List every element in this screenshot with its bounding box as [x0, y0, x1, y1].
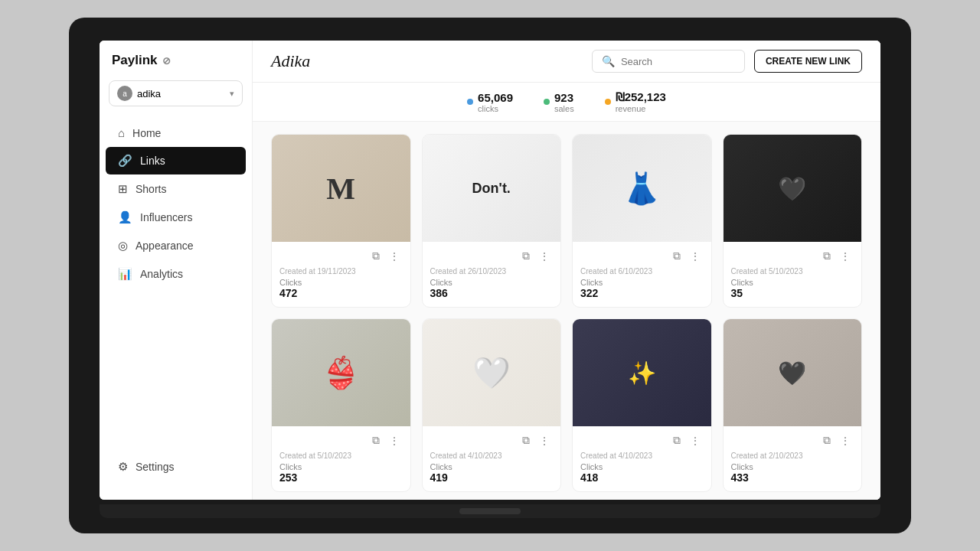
copy-button[interactable]: ⧉: [670, 432, 684, 448]
laptop-notch: [459, 508, 521, 514]
account-selector[interactable]: a adika ▾: [109, 80, 243, 106]
links-icon: 🔗: [118, 154, 132, 168]
card-actions: ⧉ ⋮: [279, 432, 403, 448]
card-body: ⧉ ⋮ Created at 4/10/2023 Clicks 419: [423, 426, 561, 491]
revenue-label: revenue: [616, 104, 666, 113]
copy-button[interactable]: ⧉: [670, 248, 684, 264]
more-options-button[interactable]: ⋮: [386, 432, 403, 448]
search-box[interactable]: 🔍: [592, 50, 745, 73]
card-actions: ⧉ ⋮: [430, 248, 554, 264]
card-body: ⧉ ⋮ Created at 2/10/2023 Clicks 433: [724, 426, 862, 491]
more-options-button[interactable]: ⋮: [837, 248, 854, 264]
card-image-content: [573, 135, 711, 242]
shorts-icon: ⊞: [118, 182, 128, 196]
main-content: Adika 🔍 CREATE NEW LINK 65,069 clicks: [253, 41, 880, 500]
sidebar-bottom: ⚙ Settings: [100, 446, 252, 487]
laptop-base: [100, 504, 880, 518]
card-image: [573, 135, 711, 242]
sidebar-item-home[interactable]: ⌂ Home: [106, 119, 246, 146]
clicks-dot: [467, 99, 473, 105]
sidebar: Paylink ⊘ a adika ▾ ⌂ Home 🔗 Links: [100, 41, 253, 500]
more-options-button[interactable]: ⋮: [386, 248, 403, 264]
sidebar-item-influencers[interactable]: 👤 Influencers: [106, 204, 246, 231]
card-clicks-label: Clicks: [580, 278, 704, 287]
card-clicks-label: Clicks: [731, 278, 854, 287]
card-actions: ⧉ ⋮: [279, 248, 403, 264]
card-clicks-label: Clicks: [430, 462, 554, 471]
laptop-frame: Paylink ⊘ a adika ▾ ⌂ Home 🔗 Links: [69, 18, 911, 533]
card-image-content: [423, 319, 561, 426]
revenue-dot: [605, 99, 611, 105]
revenue-number: ₪252,123: [616, 90, 666, 104]
account-name: adika: [137, 88, 161, 99]
card-clicks-label: Clicks: [279, 278, 403, 287]
sidebar-item-settings[interactable]: ⚙ Settings: [106, 453, 246, 481]
sidebar-item-label: Influencers: [140, 211, 192, 223]
card-image: [272, 135, 410, 242]
card-image-content: [272, 319, 410, 426]
sidebar-item-shorts[interactable]: ⊞ Shorts: [106, 175, 246, 203]
card-body: ⧉ ⋮ Created at 6/10/2023 Clicks 322: [573, 242, 711, 307]
top-bar: Adika 🔍 CREATE NEW LINK: [253, 41, 880, 83]
card-date: Created at 4/10/2023: [430, 452, 554, 460]
card-clicks-count: 419: [430, 471, 554, 484]
stat-clicks: 65,069 clicks: [467, 90, 513, 113]
link-card: ⧉ ⋮ Created at 19/11/2023 Clicks 472: [271, 134, 411, 308]
card-clicks-count: 433: [731, 471, 854, 484]
card-clicks-label: Clicks: [731, 462, 854, 471]
copy-button[interactable]: ⧉: [369, 248, 383, 264]
card-actions: ⧉ ⋮: [580, 248, 704, 264]
card-date: Created at 6/10/2023: [580, 267, 704, 276]
more-options-button[interactable]: ⋮: [536, 432, 553, 448]
link-card: ⧉ ⋮ Created at 4/10/2023 Clicks 418: [572, 318, 712, 492]
app-logo: Paylink ⊘: [100, 53, 252, 80]
sidebar-nav: ⌂ Home 🔗 Links ⊞ Shorts 👤 Influencers ◎: [100, 119, 252, 289]
search-input[interactable]: [621, 56, 735, 67]
top-bar-right: 🔍 CREATE NEW LINK: [592, 50, 862, 73]
copy-button[interactable]: ⧉: [820, 432, 834, 448]
card-body: ⧉ ⋮ Created at 19/11/2023 Clicks 472: [272, 242, 410, 307]
card-image: [724, 135, 862, 242]
card-clicks-count: 386: [430, 287, 554, 299]
more-options-button[interactable]: ⋮: [837, 432, 854, 448]
home-icon: ⌂: [118, 126, 125, 139]
stat-sales: 923 sales: [544, 90, 574, 113]
copy-button[interactable]: ⧉: [369, 432, 383, 448]
copy-button[interactable]: ⧉: [519, 248, 533, 264]
card-actions: ⧉ ⋮: [731, 432, 854, 448]
screen: Paylink ⊘ a adika ▾ ⌂ Home 🔗 Links: [100, 41, 880, 500]
more-options-button[interactable]: ⋮: [687, 432, 704, 448]
card-clicks-count: 472: [279, 287, 403, 299]
logo-badge: ⊘: [162, 55, 171, 67]
search-icon: 🔍: [602, 55, 615, 67]
card-image-content: [724, 135, 862, 242]
sidebar-item-appearance[interactable]: ◎ Appearance: [106, 232, 246, 259]
create-new-link-button[interactable]: CREATE NEW LINK: [754, 50, 862, 73]
sales-dot: [544, 99, 550, 105]
copy-button[interactable]: ⧉: [820, 248, 834, 264]
brand-logo: Adika: [271, 51, 310, 71]
card-image-content: [423, 135, 561, 242]
link-card: ⧉ ⋮ Created at 6/10/2023 Clicks 322: [572, 134, 712, 308]
sidebar-item-label: Appearance: [136, 240, 194, 252]
more-options-button[interactable]: ⋮: [687, 248, 704, 264]
sidebar-item-label: Analytics: [140, 268, 183, 280]
card-image: [272, 319, 410, 426]
card-clicks-count: 418: [580, 471, 704, 484]
sidebar-item-analytics[interactable]: 📊 Analytics: [106, 260, 246, 288]
sidebar-item-label: Links: [140, 155, 165, 167]
more-options-button[interactable]: ⋮: [536, 248, 553, 264]
card-image: [423, 319, 561, 426]
card-image-content: [272, 135, 410, 242]
copy-button[interactable]: ⧉: [519, 432, 533, 448]
sidebar-item-links[interactable]: 🔗 Links: [106, 147, 246, 174]
card-clicks-label: Clicks: [279, 462, 403, 471]
card-body: ⧉ ⋮ Created at 5/10/2023 Clicks 253: [272, 426, 410, 491]
card-clicks-count: 322: [580, 287, 704, 299]
sales-number: 923: [554, 91, 574, 104]
card-image: [423, 135, 561, 242]
sales-label: sales: [554, 104, 574, 113]
links-grid: ⧉ ⋮ Created at 19/11/2023 Clicks 472 ⧉ ⋮…: [271, 134, 862, 492]
link-card: ⧉ ⋮ Created at 5/10/2023 Clicks 35: [723, 134, 863, 308]
card-body: ⧉ ⋮ Created at 4/10/2023 Clicks 418: [573, 426, 711, 491]
